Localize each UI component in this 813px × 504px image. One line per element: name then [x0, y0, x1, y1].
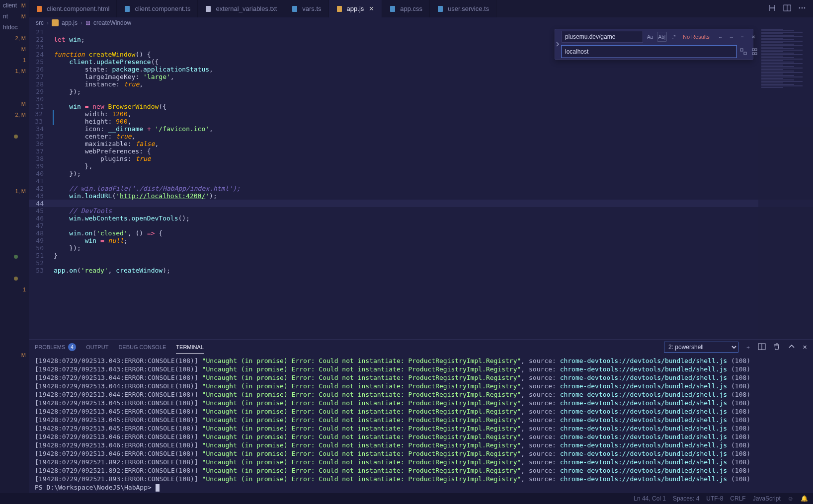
explorer-item[interactable] [0, 262, 29, 273]
line-number[interactable]: 39 [29, 162, 54, 170]
code-line[interactable]: win.webContents.openDevTools(); [54, 215, 813, 222]
code-line[interactable]: // DevTools [54, 207, 813, 215]
line-number[interactable]: 35 [29, 133, 54, 140]
line-number[interactable]: 49 [29, 237, 54, 244]
line-number[interactable]: 32 [29, 110, 54, 118]
code-line[interactable] [54, 259, 813, 267]
line-number[interactable]: 38 [29, 155, 54, 162]
code-line[interactable]: center: true, [54, 133, 813, 140]
code-line[interactable]: icon: __dirname + '/favicon.ico', [54, 125, 813, 133]
close-icon[interactable]: ✕ [748, 32, 758, 42]
explorer-item[interactable] [0, 131, 29, 142]
line-number[interactable]: 27 [29, 73, 54, 80]
tab-problems[interactable]: PROBLEMS 4 [35, 340, 76, 354]
terminal-selector[interactable]: 2: powershell [664, 342, 738, 353]
line-number[interactable]: 40 [29, 170, 54, 177]
line-number[interactable]: 51 [29, 252, 54, 259]
close-tab-icon[interactable]: ✕ [368, 5, 375, 12]
explorer-item[interactable] [0, 306, 29, 317]
explorer-item[interactable] [0, 142, 29, 153]
code-line[interactable]: // win.loadFile('./dist/HabApp/index.htm… [54, 185, 813, 192]
line-number[interactable]: 21 [29, 28, 54, 36]
code-editor[interactable]: 2122let win;2324function createWindow() … [29, 28, 813, 339]
line-number[interactable]: 29 [29, 88, 54, 95]
line-number[interactable]: 23 [29, 43, 54, 51]
code-line[interactable]: win = null; [54, 237, 813, 244]
line-number[interactable]: 24 [29, 51, 54, 58]
code-line[interactable]: largeImageKey: 'large', [54, 73, 813, 80]
explorer-item[interactable] [0, 273, 29, 284]
line-number[interactable]: 36 [29, 140, 54, 147]
line-number[interactable]: 47 [29, 222, 54, 229]
status-language[interactable]: JavaScript [753, 495, 781, 502]
tab-user-service-ts[interactable]: user.service.ts [430, 0, 496, 17]
explorer-item[interactable] [0, 328, 29, 339]
explorer-item[interactable] [0, 295, 29, 306]
code-line[interactable]: }); [54, 170, 813, 177]
kill-terminal-icon[interactable] [773, 343, 781, 352]
explorer-item[interactable]: 1 [0, 55, 29, 66]
explorer-item[interactable]: ntM [0, 11, 29, 22]
explorer-item[interactable] [0, 76, 29, 87]
next-match-icon[interactable]: → [727, 32, 736, 42]
line-number[interactable]: 45 [29, 207, 54, 215]
tab-app-js[interactable]: app.js✕ [329, 0, 383, 17]
breadcrumb-folder[interactable]: src [36, 19, 44, 26]
code-line[interactable]: }, [54, 162, 813, 170]
explorer-item[interactable] [0, 208, 29, 218]
explorer-item[interactable] [0, 153, 29, 164]
explorer-item[interactable] [0, 229, 29, 240]
terminal-output[interactable]: [19428:0729/092513.043:ERROR:CONSOLE(108… [29, 355, 813, 493]
notifications-icon[interactable]: 🔔 [801, 495, 808, 502]
explorer-item[interactable]: M [0, 350, 29, 360]
status-eol[interactable]: CRLF [730, 495, 745, 502]
status-indent[interactable]: Spaces: 4 [673, 495, 699, 502]
explorer-item[interactable]: M [0, 44, 29, 55]
new-terminal-icon[interactable]: ＋ [745, 344, 751, 351]
code-line[interactable]: instance: true, [54, 80, 813, 88]
toggle-replace-icon[interactable] [555, 29, 560, 59]
explorer-item[interactable] [0, 120, 29, 131]
explorer-item[interactable]: htdocs/ga... [0, 22, 29, 33]
explorer-item[interactable] [0, 197, 29, 208]
prev-match-icon[interactable]: ← [716, 32, 726, 42]
explorer-item[interactable]: 2, M [0, 109, 29, 120]
code-line[interactable] [54, 95, 813, 103]
split-terminal-icon[interactable] [758, 343, 766, 352]
code-line[interactable]: }); [54, 244, 813, 252]
breadcrumb-file[interactable]: app.js [62, 19, 78, 26]
code-line[interactable]: app.on('ready', createWindow); [54, 267, 813, 274]
line-number[interactable]: 43 [29, 192, 54, 200]
code-line[interactable]: plugins: true [54, 155, 813, 162]
code-line[interactable]: win = new BrowserWindow({ [54, 103, 813, 110]
close-panel-icon[interactable]: ✕ [803, 344, 807, 351]
maximize-panel-icon[interactable] [788, 343, 796, 352]
line-number[interactable]: 28 [29, 80, 54, 88]
explorer-item[interactable]: clientM [0, 0, 29, 11]
explorer-item[interactable]: 1, M [0, 66, 29, 76]
line-number[interactable]: 30 [29, 95, 54, 103]
explorer-item[interactable]: 1 [0, 284, 29, 295]
explorer-item[interactable] [0, 164, 29, 175]
breadcrumb[interactable]: src › app.js › ⊞ createWindow [29, 17, 813, 28]
code-line[interactable]: height: 900, [54, 118, 813, 125]
feedback-icon[interactable]: ☺ [788, 495, 794, 502]
code-line[interactable] [54, 200, 813, 207]
status-encoding[interactable]: UTF-8 [706, 495, 723, 502]
breadcrumb-symbol[interactable]: createWindow [93, 19, 131, 26]
line-number[interactable]: 37 [29, 147, 54, 155]
tab-app-css[interactable]: app.css [382, 0, 430, 17]
explorer-item[interactable]: 2, M [0, 33, 29, 44]
line-number[interactable]: 53 [29, 267, 54, 274]
find-input[interactable] [562, 31, 643, 43]
explorer-item[interactable]: M [0, 98, 29, 109]
code-line[interactable]: win.loadURL('http://localhost:4200/'); [54, 192, 813, 200]
regex-icon[interactable]: .* [669, 32, 679, 42]
line-number[interactable]: 52 [29, 259, 54, 267]
explorer-item[interactable] [0, 87, 29, 98]
code-line[interactable] [54, 177, 813, 185]
line-number[interactable]: 50 [29, 244, 54, 252]
status-cursor-pos[interactable]: Ln 44, Col 1 [634, 495, 666, 502]
explorer-item[interactable] [0, 175, 29, 186]
line-number[interactable]: 31 [29, 103, 54, 110]
